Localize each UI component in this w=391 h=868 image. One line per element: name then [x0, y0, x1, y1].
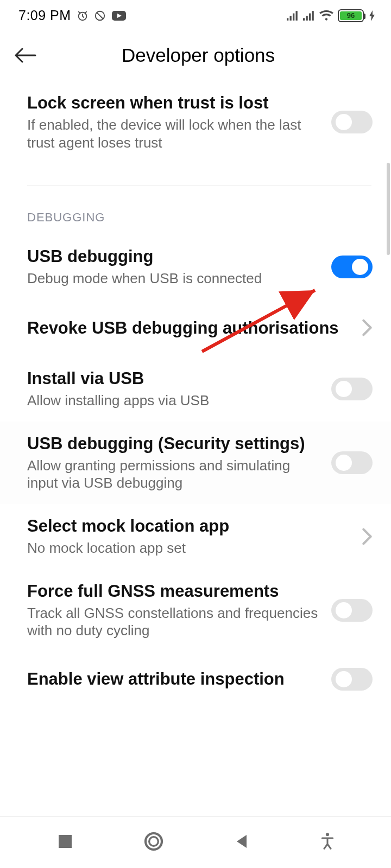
lock-screen-toggle[interactable]	[331, 111, 373, 133]
svg-rect-3	[287, 18, 288, 20]
view-attr-toggle[interactable]	[331, 668, 373, 691]
nav-recents-button[interactable]	[55, 832, 75, 853]
setting-subtitle: No mock location app set	[27, 539, 351, 557]
dnd-icon	[94, 10, 106, 22]
gnss-toggle[interactable]	[331, 599, 373, 622]
system-nav-bar	[0, 816, 391, 868]
setting-lock-screen-trust[interactable]: Lock screen when trust is lost If enable…	[0, 81, 391, 163]
setting-gnss[interactable]: Force full GNSS measurements Track all G…	[0, 569, 391, 652]
svg-point-13	[146, 833, 162, 850]
square-icon	[55, 832, 75, 851]
status-time: 7:09 PM	[18, 8, 71, 23]
setting-view-attr-inspection[interactable]: Enable view attribute inspection	[0, 652, 391, 703]
status-bar: 7:09 PM 96	[0, 0, 391, 27]
scrollbar-thumb[interactable]	[387, 163, 390, 255]
setting-title: Lock screen when trust is lost	[27, 93, 320, 113]
setting-mock-location[interactable]: Select mock location app No mock locatio…	[0, 504, 391, 569]
svg-rect-5	[293, 13, 294, 20]
usb-security-toggle[interactable]	[331, 451, 373, 474]
battery-pct: 96	[340, 11, 362, 20]
setting-usb-debug-security[interactable]: USB debugging (Security settings) Allow …	[0, 422, 391, 504]
setting-title: Install via USB	[27, 368, 320, 388]
section-header-debugging: DEBUGGING	[0, 186, 391, 234]
install-via-usb-toggle[interactable]	[331, 378, 373, 400]
svg-rect-10	[312, 11, 314, 21]
setting-title: Select mock location app	[27, 516, 351, 536]
svg-rect-12	[59, 835, 72, 848]
status-left: 7:09 PM	[18, 8, 127, 23]
triangle-left-icon	[232, 832, 251, 851]
signal-sim2-icon	[303, 10, 315, 22]
svg-rect-4	[290, 16, 292, 21]
setting-subtitle: Allow installing apps via USB	[27, 392, 320, 410]
circle-icon	[143, 831, 165, 852]
svg-point-15	[326, 833, 329, 836]
svg-rect-6	[296, 11, 298, 21]
nav-home-button[interactable]	[143, 831, 165, 854]
setting-install-via-usb[interactable]: Install via USB Allow installing apps vi…	[0, 356, 391, 422]
accessibility-icon	[319, 832, 336, 851]
setting-subtitle: If enabled, the device will lock when th…	[27, 116, 320, 151]
title-bar: Developer options	[0, 27, 391, 81]
status-right: 96	[287, 9, 376, 22]
usb-debugging-toggle[interactable]	[331, 256, 373, 278]
charging-icon	[368, 10, 376, 21]
setting-usb-debugging[interactable]: USB debugging Debug mode when USB is con…	[0, 234, 391, 299]
setting-title: Enable view attribute inspection	[27, 669, 320, 689]
setting-title: Force full GNSS measurements	[27, 581, 320, 601]
page-title: Developer options	[17, 44, 379, 66]
setting-subtitle: Allow granting permissions and simulatin…	[27, 457, 320, 492]
setting-title: USB debugging (Security settings)	[27, 433, 320, 454]
chevron-right-icon	[362, 527, 373, 546]
setting-revoke-usb-auth[interactable]: Revoke USB debugging authorisations	[0, 299, 391, 356]
battery-icon: 96	[338, 9, 364, 22]
svg-rect-9	[309, 13, 311, 20]
setting-title: USB debugging	[27, 246, 320, 266]
svg-rect-8	[306, 16, 308, 21]
alarm-icon	[77, 10, 89, 22]
nav-accessibility-button[interactable]	[319, 832, 336, 853]
setting-subtitle: Track all GNSS constellations and freque…	[27, 604, 320, 640]
svg-rect-7	[303, 18, 305, 20]
setting-title: Revoke USB debugging authorisations	[27, 318, 351, 338]
setting-subtitle: Debug mode when USB is connected	[27, 270, 320, 288]
youtube-icon	[111, 10, 127, 22]
signal-sim1-icon	[287, 10, 299, 22]
svg-point-14	[149, 837, 158, 846]
nav-back-button[interactable]	[232, 832, 251, 853]
chevron-right-icon	[362, 318, 373, 337]
wifi-icon	[319, 10, 333, 22]
settings-list: Lock screen when trust is lost If enable…	[0, 81, 391, 703]
